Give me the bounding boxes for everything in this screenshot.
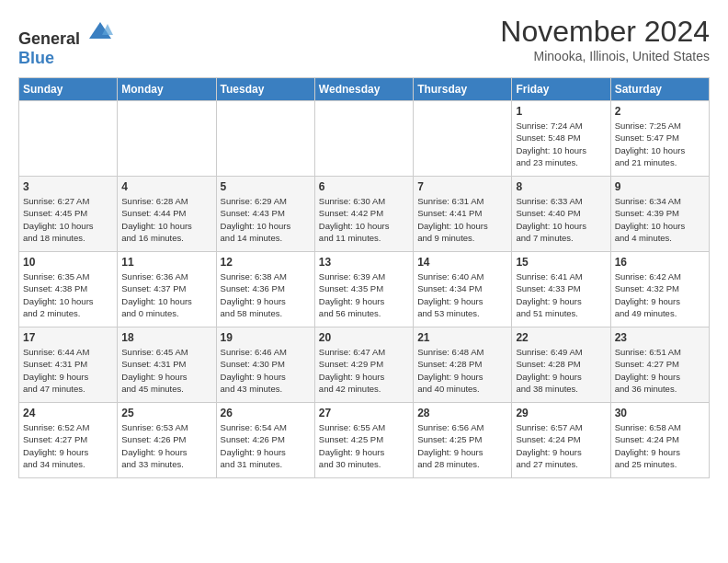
day-number: 9 xyxy=(615,180,705,193)
day-info: Sunrise: 6:28 AM Sunset: 4:44 PM Dayligh… xyxy=(121,195,211,244)
day-number: 5 xyxy=(221,180,311,193)
day-number: 15 xyxy=(516,256,606,269)
day-number: 24 xyxy=(23,407,113,419)
table-row xyxy=(314,101,413,177)
table-row xyxy=(19,101,118,177)
day-number: 2 xyxy=(615,105,705,118)
header-sunday: Sunday xyxy=(19,78,118,101)
table-row: 3Sunrise: 6:27 AM Sunset: 4:45 PM Daylig… xyxy=(19,177,118,252)
day-info: Sunrise: 6:39 AM Sunset: 4:35 PM Dayligh… xyxy=(319,270,409,319)
day-info: Sunrise: 7:24 AM Sunset: 5:48 PM Dayligh… xyxy=(516,120,606,168)
table-row: 19Sunrise: 6:46 AM Sunset: 4:30 PM Dayli… xyxy=(216,327,314,403)
day-number: 1 xyxy=(516,105,606,118)
day-number: 7 xyxy=(417,180,507,193)
day-number: 22 xyxy=(516,331,606,344)
header: General Blue November 2024 Minooka, Illi… xyxy=(18,15,710,68)
calendar-row: 24Sunrise: 6:52 AM Sunset: 4:27 PM Dayli… xyxy=(19,403,710,478)
day-info: Sunrise: 7:25 AM Sunset: 5:47 PM Dayligh… xyxy=(615,120,705,168)
day-info: Sunrise: 6:30 AM Sunset: 4:42 PM Dayligh… xyxy=(319,195,409,244)
table-row: 18Sunrise: 6:45 AM Sunset: 4:31 PM Dayli… xyxy=(118,327,216,403)
table-row: 10Sunrise: 6:35 AM Sunset: 4:38 PM Dayli… xyxy=(19,252,118,327)
table-row: 26Sunrise: 6:54 AM Sunset: 4:26 PM Dayli… xyxy=(216,403,314,478)
table-row: 14Sunrise: 6:40 AM Sunset: 4:34 PM Dayli… xyxy=(414,252,512,327)
day-number: 18 xyxy=(121,331,211,344)
day-info: Sunrise: 6:54 AM Sunset: 4:26 PM Dayligh… xyxy=(221,421,311,470)
table-row: 17Sunrise: 6:44 AM Sunset: 4:31 PM Dayli… xyxy=(19,327,118,403)
table-row: 2Sunrise: 7:25 AM Sunset: 5:47 PM Daylig… xyxy=(610,101,709,177)
day-info: Sunrise: 6:33 AM Sunset: 4:40 PM Dayligh… xyxy=(516,195,606,244)
header-row: Sunday Monday Tuesday Wednesday Thursday… xyxy=(19,78,710,101)
day-number: 3 xyxy=(23,180,113,193)
table-row: 20Sunrise: 6:47 AM Sunset: 4:29 PM Dayli… xyxy=(314,327,413,403)
day-info: Sunrise: 6:53 AM Sunset: 4:26 PM Dayligh… xyxy=(121,421,211,470)
header-wednesday: Wednesday xyxy=(314,78,413,101)
month-title: November 2024 xyxy=(500,15,710,49)
table-row: 28Sunrise: 6:56 AM Sunset: 4:25 PM Dayli… xyxy=(414,403,512,478)
day-info: Sunrise: 6:57 AM Sunset: 4:24 PM Dayligh… xyxy=(516,421,606,470)
calendar-table: Sunday Monday Tuesday Wednesday Thursday… xyxy=(18,77,710,478)
day-number: 28 xyxy=(417,407,507,419)
table-row: 24Sunrise: 6:52 AM Sunset: 4:27 PM Dayli… xyxy=(19,403,118,478)
calendar-row: 3Sunrise: 6:27 AM Sunset: 4:45 PM Daylig… xyxy=(19,177,710,252)
table-row: 1Sunrise: 7:24 AM Sunset: 5:48 PM Daylig… xyxy=(512,101,610,177)
day-number: 29 xyxy=(516,407,606,419)
table-row xyxy=(118,101,216,177)
table-row: 15Sunrise: 6:41 AM Sunset: 4:33 PM Dayli… xyxy=(512,252,610,327)
day-info: Sunrise: 6:42 AM Sunset: 4:32 PM Dayligh… xyxy=(615,270,705,319)
table-row: 9Sunrise: 6:34 AM Sunset: 4:39 PM Daylig… xyxy=(610,177,709,252)
day-info: Sunrise: 6:45 AM Sunset: 4:31 PM Dayligh… xyxy=(121,346,211,395)
header-monday: Monday xyxy=(118,78,216,101)
logo-text: General Blue xyxy=(18,18,113,68)
calendar-row: 1Sunrise: 7:24 AM Sunset: 5:48 PM Daylig… xyxy=(19,101,710,177)
table-row: 25Sunrise: 6:53 AM Sunset: 4:26 PM Dayli… xyxy=(118,403,216,478)
table-row: 27Sunrise: 6:55 AM Sunset: 4:25 PM Dayli… xyxy=(314,403,413,478)
day-number: 27 xyxy=(319,407,409,419)
day-number: 16 xyxy=(615,256,705,269)
table-row: 30Sunrise: 6:58 AM Sunset: 4:24 PM Dayli… xyxy=(610,403,709,478)
table-row: 12Sunrise: 6:38 AM Sunset: 4:36 PM Dayli… xyxy=(216,252,314,327)
day-info: Sunrise: 6:41 AM Sunset: 4:33 PM Dayligh… xyxy=(516,270,606,319)
day-info: Sunrise: 6:46 AM Sunset: 4:30 PM Dayligh… xyxy=(221,346,311,395)
day-info: Sunrise: 6:38 AM Sunset: 4:36 PM Dayligh… xyxy=(221,270,311,319)
table-row: 23Sunrise: 6:51 AM Sunset: 4:27 PM Dayli… xyxy=(610,327,709,403)
header-saturday: Saturday xyxy=(610,78,709,101)
day-info: Sunrise: 6:27 AM Sunset: 4:45 PM Dayligh… xyxy=(23,195,113,244)
table-row xyxy=(414,101,512,177)
table-row: 6Sunrise: 6:30 AM Sunset: 4:42 PM Daylig… xyxy=(314,177,413,252)
table-row: 29Sunrise: 6:57 AM Sunset: 4:24 PM Dayli… xyxy=(512,403,610,478)
logo-general: General xyxy=(18,29,80,48)
calendar-header: Sunday Monday Tuesday Wednesday Thursday… xyxy=(19,78,710,101)
calendar-row: 10Sunrise: 6:35 AM Sunset: 4:38 PM Dayli… xyxy=(19,252,710,327)
day-info: Sunrise: 6:51 AM Sunset: 4:27 PM Dayligh… xyxy=(615,346,705,395)
day-number: 19 xyxy=(221,331,311,344)
day-number: 4 xyxy=(121,180,211,193)
title-area: November 2024 Minooka, Illinois, United … xyxy=(500,15,710,63)
day-number: 8 xyxy=(516,180,606,193)
day-info: Sunrise: 6:48 AM Sunset: 4:28 PM Dayligh… xyxy=(417,346,507,395)
day-info: Sunrise: 6:58 AM Sunset: 4:24 PM Dayligh… xyxy=(615,421,705,470)
day-number: 25 xyxy=(121,407,211,419)
day-number: 13 xyxy=(319,256,409,269)
page: General Blue November 2024 Minooka, Illi… xyxy=(0,0,728,488)
day-info: Sunrise: 6:29 AM Sunset: 4:43 PM Dayligh… xyxy=(221,195,311,244)
day-number: 14 xyxy=(417,256,507,269)
day-number: 12 xyxy=(221,256,311,269)
day-info: Sunrise: 6:52 AM Sunset: 4:27 PM Dayligh… xyxy=(23,421,113,470)
calendar-row: 17Sunrise: 6:44 AM Sunset: 4:31 PM Dayli… xyxy=(19,327,710,403)
table-row: 11Sunrise: 6:36 AM Sunset: 4:37 PM Dayli… xyxy=(118,252,216,327)
day-info: Sunrise: 6:35 AM Sunset: 4:38 PM Dayligh… xyxy=(23,270,113,319)
day-number: 11 xyxy=(121,256,211,269)
day-number: 6 xyxy=(319,180,409,193)
day-number: 26 xyxy=(221,407,311,419)
day-number: 21 xyxy=(417,331,507,344)
day-info: Sunrise: 6:36 AM Sunset: 4:37 PM Dayligh… xyxy=(121,270,211,319)
day-info: Sunrise: 6:40 AM Sunset: 4:34 PM Dayligh… xyxy=(417,270,507,319)
location: Minooka, Illinois, United States xyxy=(500,49,710,63)
day-info: Sunrise: 6:56 AM Sunset: 4:25 PM Dayligh… xyxy=(417,421,507,470)
day-info: Sunrise: 6:47 AM Sunset: 4:29 PM Dayligh… xyxy=(319,346,409,395)
table-row xyxy=(216,101,314,177)
day-number: 20 xyxy=(319,331,409,344)
day-info: Sunrise: 6:34 AM Sunset: 4:39 PM Dayligh… xyxy=(615,195,705,244)
day-info: Sunrise: 6:44 AM Sunset: 4:31 PM Dayligh… xyxy=(23,346,113,395)
calendar-body: 1Sunrise: 7:24 AM Sunset: 5:48 PM Daylig… xyxy=(19,101,710,478)
